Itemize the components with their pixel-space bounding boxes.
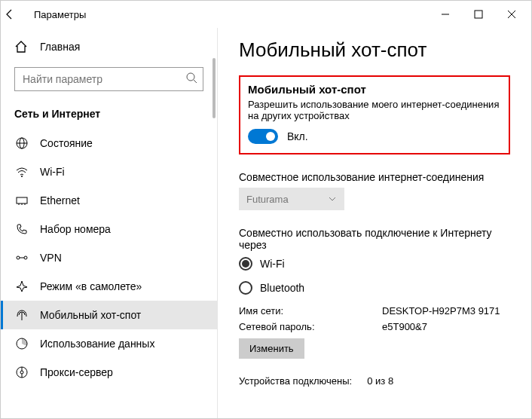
- svg-point-20: [20, 371, 23, 374]
- hotspot-icon: [14, 308, 29, 322]
- hotspot-title: Мобильный хот-спот: [248, 83, 501, 96]
- airplane-icon: [14, 280, 29, 293]
- nav-data-usage[interactable]: Использование данных: [1, 329, 217, 358]
- nav-label: Режим «в самолете»: [40, 280, 142, 292]
- nav-status[interactable]: Состояние: [1, 129, 217, 158]
- chevron-down-icon: [328, 194, 337, 203]
- nav-proxy[interactable]: Прокси-сервер: [1, 358, 217, 387]
- dropdown-value: Futurama: [246, 194, 289, 205]
- search-box[interactable]: [14, 67, 203, 91]
- nav-hotspot[interactable]: Мобильный хот-спот: [1, 301, 217, 329]
- nav-ethernet[interactable]: Ethernet: [1, 186, 217, 215]
- svg-rect-1: [475, 11, 482, 18]
- devices-connected-label: Устройства подключены:: [239, 375, 352, 387]
- hotspot-toggle[interactable]: [248, 129, 278, 144]
- home-icon: [14, 40, 29, 54]
- nav-label: Ethernet: [40, 194, 80, 206]
- nav-vpn[interactable]: VPN: [1, 243, 217, 272]
- network-name-label: Имя сети:: [239, 305, 382, 317]
- vpn-icon: [14, 251, 29, 265]
- search-input[interactable]: [14, 67, 203, 91]
- nav-label: Мобильный хот-спот: [40, 309, 141, 321]
- hotspot-desc: Разрешить использование моего интернет-с…: [248, 99, 501, 121]
- hotspot-section: Мобильный хот-спот Разрешить использован…: [239, 75, 510, 154]
- search-icon: [185, 72, 197, 84]
- home-nav[interactable]: Главная: [1, 34, 217, 60]
- nav-label: Прокси-сервер: [40, 366, 113, 378]
- nav-label: Состояние: [40, 137, 93, 149]
- nav-wifi[interactable]: Wi-Fi: [1, 158, 217, 186]
- toggle-state-label: Вкл.: [287, 130, 308, 142]
- nav-label: VPN: [40, 252, 62, 264]
- share-connection-label: Совместное использование интернет-соедин…: [239, 171, 510, 183]
- svg-point-9: [21, 176, 23, 177]
- radio-circle-icon: [239, 281, 252, 295]
- devices-connected-value: 0 из 8: [367, 375, 393, 387]
- radio-circle-icon: [239, 257, 252, 271]
- globe-icon: [14, 136, 29, 150]
- network-name-value: DESKTOP-H92P7M3 9171: [382, 305, 510, 317]
- phone-icon: [14, 222, 29, 236]
- edit-button[interactable]: Изменить: [239, 338, 304, 359]
- window-title: Параметры: [28, 9, 429, 20]
- page-title: Мобильный хот-спот: [239, 38, 510, 62]
- svg-point-15: [24, 256, 27, 259]
- scrollbar[interactable]: [212, 58, 216, 118]
- data-icon: [14, 337, 29, 350]
- close-button[interactable]: [495, 2, 528, 26]
- titlebar: Параметры: [1, 1, 531, 28]
- proxy-icon: [14, 365, 29, 379]
- share-connection-dropdown[interactable]: Futurama: [239, 188, 344, 210]
- main-content: Мобильный хот-спот Мобильный хот-спот Ра…: [218, 28, 531, 418]
- network-password-value: e5T900&7: [382, 321, 510, 332]
- section-title: Сеть и Интернет: [1, 102, 217, 129]
- network-password-label: Сетевой пароль:: [239, 321, 382, 332]
- wifi-icon: [14, 165, 29, 179]
- nav-airplane[interactable]: Режим «в самолете»: [1, 272, 217, 301]
- radio-wifi[interactable]: Wi-Fi: [239, 257, 510, 271]
- back-button[interactable]: [4, 8, 28, 20]
- nav-dialup[interactable]: Набор номера: [1, 215, 217, 243]
- radio-bt-label: Bluetooth: [260, 282, 304, 294]
- nav-label: Набор номера: [40, 223, 111, 235]
- svg-rect-10: [17, 197, 27, 203]
- svg-line-5: [194, 80, 197, 83]
- home-label: Главная: [40, 41, 80, 53]
- radio-bluetooth[interactable]: Bluetooth: [239, 281, 510, 295]
- svg-point-14: [17, 256, 20, 259]
- share-via-label: Совместно использовать подключение к Инт…: [239, 227, 510, 251]
- nav-label: Wi-Fi: [40, 166, 65, 178]
- minimize-button[interactable]: [429, 2, 462, 26]
- ethernet-icon: [14, 194, 29, 207]
- svg-point-4: [187, 73, 194, 81]
- sidebar: Главная Сеть и Интернет Состояние Wi-Fi: [1, 28, 218, 418]
- radio-wifi-label: Wi-Fi: [260, 258, 285, 270]
- nav-label: Использование данных: [40, 338, 154, 350]
- maximize-button[interactable]: [462, 2, 495, 26]
